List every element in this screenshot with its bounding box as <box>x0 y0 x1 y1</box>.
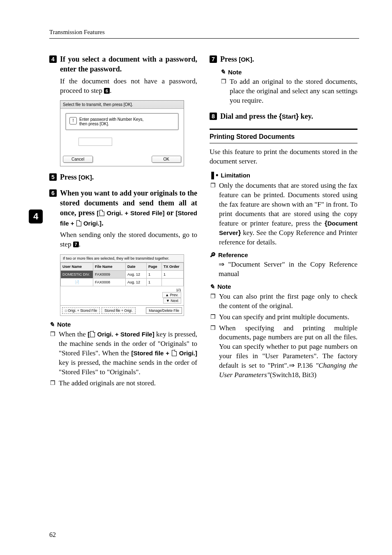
note-heading-left: ✎ Note <box>49 321 197 328</box>
step-6-mid: or <box>164 209 175 217</box>
pencil-icon: ✎ <box>49 321 55 328</box>
manage-delete-button[interactable]: Manage/Delete File <box>146 307 182 314</box>
step-7-icon: 7 <box>210 55 217 63</box>
col-user[interactable]: User Name <box>61 263 93 270</box>
dialog-title: Select file to transmit, then press [OK]… <box>60 101 184 109</box>
step-4-heading: 4 If you select a document with a passwo… <box>49 54 197 74</box>
note-heading-7: ✎ Note <box>220 68 357 76</box>
document-icon <box>172 350 177 356</box>
step-8-icon: 8 <box>210 113 217 120</box>
bullet-icon: ❒ <box>210 293 216 311</box>
step-6-ui-b-tail: Origi.] <box>82 220 101 227</box>
dialog-line2: then press [OK]. <box>79 122 109 126</box>
page-header: Transmission Features <box>49 29 359 39</box>
pencil-icon: ✎ <box>220 68 226 76</box>
bullet-icon: ❒ <box>50 380 55 388</box>
key-close: } <box>296 112 299 120</box>
note-item-2: ❒ The added originals are not stored. <box>49 379 197 388</box>
ok-button[interactable]: OK <box>152 156 181 163</box>
step-6-ui-a-tail: Origi. + Stored File] <box>105 210 165 216</box>
table-row[interactable]: 📄 FAX0008 Aug. 12 1 <box>61 278 184 286</box>
note-heading-right: ✎ Note <box>210 283 357 290</box>
prev-button[interactable]: ▲ Prev. <box>162 292 181 298</box>
reference-body: ⇒ "Document Server" in the Copy Referenc… <box>210 260 357 279</box>
bullet-icon: ❒ <box>210 313 216 322</box>
dialog-message-panel: ! Enter password with Number Keys, then … <box>65 113 179 130</box>
step-4-icon: 4 <box>49 55 57 63</box>
step-5-pre: Press <box>60 173 78 181</box>
content-columns: 4 If you select a document with a passwo… <box>49 48 359 389</box>
note-item-1: ❒ When the [ Origi. + Stored File] key i… <box>49 330 197 377</box>
step-8-pre: Dial and press the <box>220 112 279 120</box>
step-4-text: If you select a document with a password… <box>60 54 197 74</box>
page-indicator: 1/1 <box>176 288 181 292</box>
document-icon <box>90 331 95 337</box>
chapter-tab: 4 <box>29 210 43 223</box>
bullet-icon: ❒ <box>221 78 226 106</box>
document-icon <box>99 210 104 216</box>
reference-label: Reference <box>218 251 248 258</box>
next-button[interactable]: ▼ Next <box>163 298 181 304</box>
dialog-line1: Enter password with Number Keys, <box>79 117 143 122</box>
printing-intro: Use this feature to print the documents … <box>210 147 357 166</box>
bullet-icon: ❒ <box>210 325 216 380</box>
key-open: { <box>279 112 282 120</box>
step-5-icon: 5 <box>49 173 57 181</box>
stored-origi-button[interactable]: Stored file + Origi. <box>101 307 135 314</box>
step-5-tail: . <box>92 173 94 181</box>
ok-label: [OK] <box>78 174 92 181</box>
page-number: 62 <box>49 531 56 539</box>
step-7-pre: Press <box>220 55 239 63</box>
step-8-tail: key. <box>299 112 313 120</box>
limitation-label: Limitation <box>221 172 250 179</box>
printing-subheading: Printing Stored Documents <box>210 129 357 143</box>
bullet-icon: ❒ <box>210 182 216 247</box>
right-column: 7 Press [OK]. ✎ Note ❒ To add an origina… <box>210 48 357 389</box>
document-icon <box>76 220 81 226</box>
note2-item-1: ❒ You can also print the first page only… <box>210 292 357 311</box>
note-label: Note <box>217 283 231 290</box>
ok-label: [OK] <box>239 56 252 63</box>
warning-icon: ! <box>69 117 77 124</box>
note-7-item: ❒ To add an original to the stored docum… <box>220 77 357 106</box>
step-5-heading: 5 Press [OK]. <box>49 172 197 182</box>
list-header-text: If two or more files are selected, they … <box>60 255 184 263</box>
note2-item-3: ❒ When specifying and printing multiple … <box>210 324 357 380</box>
col-txorder[interactable]: TX Order <box>162 263 184 270</box>
limitation-item: ❒ Only the documents that are stored usi… <box>210 181 357 247</box>
note-label: Note <box>228 69 242 76</box>
step-6-body: When sending only the stored documents, … <box>49 230 197 249</box>
col-page[interactable]: Page <box>147 263 162 270</box>
file-table: User Name File Name Date Page TX Order D… <box>60 263 184 286</box>
note-label: Note <box>57 321 71 328</box>
list-pager: 1/1 ▲ Prev. ▼ Next <box>60 286 184 305</box>
limitation-icon: ❚• <box>210 170 218 180</box>
origi-stored-button[interactable]: □ Origi. + Stored File <box>62 307 100 314</box>
left-column: 4 If you select a document with a passwo… <box>49 48 197 389</box>
step-6-icon: 6 <box>49 189 57 197</box>
step-6-heading: 6 When you want to add your originals to… <box>49 188 197 228</box>
password-input[interactable] <box>78 138 112 146</box>
step-6-ui-a-open: [ <box>97 210 99 216</box>
step-6-tail: . <box>101 219 104 227</box>
file-list-screenshot: If two or more files are selected, they … <box>60 254 184 316</box>
reference-heading: 🔎︎ Reference <box>210 251 357 258</box>
magnifier-icon: 🔎︎ <box>210 251 216 258</box>
limitation-heading: ❚• Limitation <box>210 170 357 180</box>
col-date[interactable]: Date <box>126 263 147 270</box>
pencil-icon: ✎ <box>210 283 215 290</box>
col-file[interactable]: File Name <box>93 263 126 270</box>
step-4-body: If the document does not have a password… <box>49 77 197 96</box>
cancel-button[interactable]: Cancel <box>63 156 93 163</box>
step-8-heading: 8 Dial and press the {Start} key. <box>210 111 357 121</box>
step-7-tail: . <box>252 55 254 63</box>
password-dialog-screenshot: Select file to transmit, then press [OK]… <box>60 100 184 166</box>
table-row[interactable]: DOMESTIC DIV. FAX0009 Aug. 12 1 1 <box>61 270 184 278</box>
bullet-icon: ❒ <box>50 331 55 377</box>
start-key-label: Start <box>282 113 296 120</box>
step-7-heading: 7 Press [OK]. <box>210 54 357 64</box>
note2-item-2: ❒ You can specify and print multiple doc… <box>210 313 357 322</box>
